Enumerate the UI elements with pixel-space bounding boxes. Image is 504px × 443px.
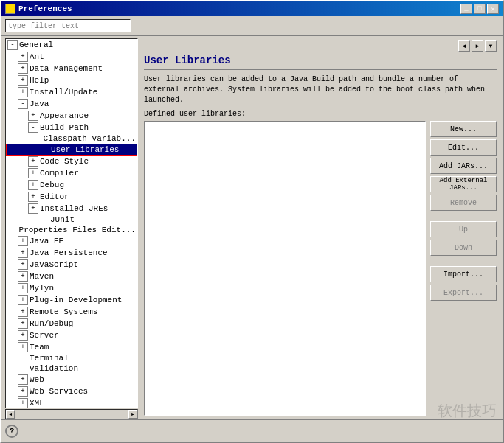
expander-icon[interactable]: + [28,111,38,121]
tree-item-label: Compiler [40,169,79,178]
down-button[interactable]: Down [430,240,497,256]
expander-icon[interactable]: + [18,75,28,86]
expander-icon[interactable]: + [18,342,28,352]
expander-icon[interactable]: + [28,192,38,202]
tree-item-java-ee[interactable]: +Java EE [6,235,137,247]
tree-item-label: Help [30,76,49,85]
h-scrollbar[interactable]: ◄ ► [5,409,138,419]
tree-item-label: User Libraries [51,145,119,154]
help-button[interactable]: ? [5,425,18,438]
tree-item-compiler[interactable]: +Compiler [6,167,137,179]
forward-button[interactable]: ► [472,40,483,52]
tree-item-team[interactable]: +Team [6,341,137,353]
tree-item-code-style[interactable]: +Code Style [6,156,137,167]
expander-icon[interactable]: - [7,40,18,50]
nav-buttons: ◄ ► ▼ [144,40,497,52]
minimize-button[interactable]: _ [460,4,472,14]
tree-item-help[interactable]: +Help [6,74,137,86]
expander-icon[interactable]: + [18,271,28,282]
tree-item-xml[interactable]: +XML [6,397,137,408]
scroll-right-btn[interactable]: ► [128,410,137,419]
bottom-bar: ? [1,419,503,442]
tree-item-maven[interactable]: +Maven [6,271,137,282]
tree-item-javascript[interactable]: +JavaScript [6,259,137,271]
tree-item-web-services[interactable]: +Web Services [6,386,137,397]
tree-item-label: Plug-in Development [30,296,122,304]
tree-item-label: Debug [40,181,64,189]
dropdown-button[interactable]: ▼ [485,40,497,52]
add-jars-button[interactable]: Add JARs... [430,158,497,174]
tree-item-label: XML [30,399,44,408]
tree-item-plugin-development[interactable]: +Plug-in Development [6,294,137,306]
tree-item-mylyn[interactable]: +Mylyn [6,282,137,294]
tree-item-user-libraries[interactable]: User Libraries [6,144,137,156]
expander-icon[interactable]: + [18,283,28,293]
expander-icon[interactable]: + [18,248,28,258]
filter-bar [1,16,503,36]
tree-item-junit[interactable]: JUnit [6,214,137,225]
expander-icon[interactable]: + [28,168,38,178]
tree-item-properties-files[interactable]: Properties Files Edit... [6,225,137,235]
filter-input[interactable] [5,19,131,32]
tree-item-java-persistence[interactable]: +Java Persistence [6,247,137,259]
expander-icon[interactable]: + [18,236,28,246]
tree-item-run-debug[interactable]: +Run/Debug [6,318,137,329]
defined-label: Defined user libraries: [144,110,497,118]
remove-button[interactable]: Remove [430,195,497,211]
tree-item-label: Team [30,343,49,352]
main-panels: -General+Ant+Data Management+Help+Instal… [1,36,503,419]
tree-item-server[interactable]: +Server [6,329,137,341]
expander-icon[interactable]: + [18,318,28,329]
import-button[interactable]: Import... [430,266,497,282]
content-area: -General+Ant+Data Management+Help+Instal… [1,16,503,419]
expander-icon[interactable]: + [18,330,28,341]
watermark: 软件技巧 [438,401,497,421]
expander-icon[interactable]: + [18,87,28,97]
up-button[interactable]: Up [430,221,497,237]
tree-item-label: Java Persistence [30,248,108,257]
tree-item-debug[interactable]: +Debug [6,179,137,191]
scroll-left-btn[interactable]: ◄ [6,410,15,419]
close-button[interactable]: ✕ [487,4,499,14]
tree-item-ant[interactable]: +Ant [6,51,137,63]
tree-item-terminal[interactable]: Terminal [6,353,137,363]
libraries-listbox[interactable] [144,121,426,416]
tree-item-java[interactable]: -Java [6,98,137,110]
expander-icon[interactable]: + [18,52,28,62]
tree-item-data-management[interactable]: +Data Management [6,63,137,74]
expander-icon[interactable]: + [18,63,28,74]
expander-icon[interactable]: + [18,259,28,270]
tree-item-label: Ant [30,52,44,61]
tree-item-build-path[interactable]: -Build Path [6,122,137,133]
tree-item-appearance[interactable]: +Appearance [6,110,137,122]
tree-item-general[interactable]: -General [6,39,137,51]
title-buttons: _ □ ✕ [460,4,499,14]
tree-item-web[interactable]: +Web [6,374,137,386]
expander-icon[interactable]: + [18,307,28,317]
expander-icon[interactable]: + [18,374,28,385]
edit-button[interactable]: Edit... [430,139,497,156]
tree-item-installed-jres[interactable]: +Installed JREs [6,203,137,214]
new-button[interactable]: New... [430,121,497,137]
expander-icon[interactable]: + [28,180,38,190]
tree-item-label: Terminal [30,354,69,363]
tree-item-editor[interactable]: +Editor [6,191,137,203]
export-button[interactable]: Export... [430,285,497,301]
tree-item-install-update[interactable]: +Install/Update [6,86,137,98]
expander-icon[interactable]: - [18,99,28,109]
maximize-button[interactable]: □ [474,4,486,14]
tree-item-classpath-var[interactable]: Classpath Variab... [6,133,137,144]
tree-item-remote-systems[interactable]: +Remote Systems [6,306,137,318]
expander-icon[interactable]: + [18,295,28,305]
expander-icon[interactable]: + [28,156,38,167]
tree-item-label: Java EE [30,237,63,245]
expander-icon[interactable]: - [28,122,38,133]
window-icon [5,4,15,14]
expander-icon[interactable]: + [18,398,28,408]
expander-icon[interactable]: + [18,386,28,397]
expander-icon[interactable]: + [28,203,38,214]
back-button[interactable]: ◄ [458,40,470,52]
add-external-jars-button[interactable]: Add External JARs... [430,176,497,192]
tree-item-validation[interactable]: Validation [6,363,137,374]
scroll-track [15,410,128,419]
